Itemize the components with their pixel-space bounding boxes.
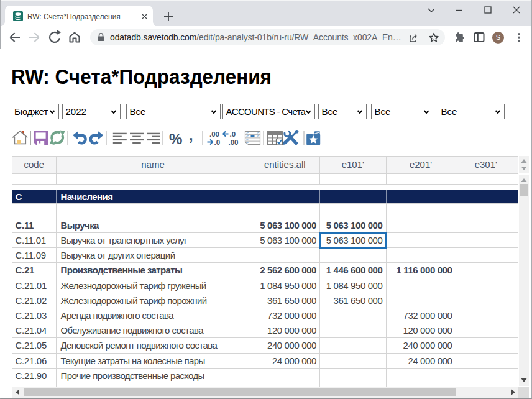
svg-text:.00: .00 — [229, 139, 239, 146]
svg-text:.00: .00 — [209, 131, 219, 138]
svg-text:%: % — [169, 131, 182, 147]
svg-text:,: , — [189, 129, 193, 144]
svg-text:.0: .0 — [214, 139, 221, 146]
svg-text:.0: .0 — [230, 131, 236, 138]
